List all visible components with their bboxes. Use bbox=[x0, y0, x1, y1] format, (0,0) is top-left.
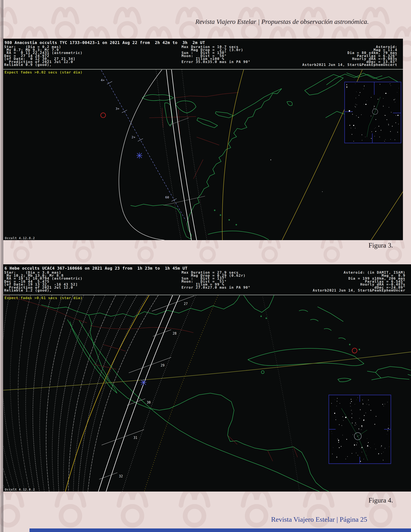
map2-star-info-date: [of Date: 19 13 32, -16 43 52] Predictio… bbox=[4, 283, 83, 289]
map1-asteroid-lines: Mag = 11.4 Dia = 80 ±4km, 79 mas Paralla… bbox=[302, 48, 397, 66]
map1-asteroid-info: Asteroid: Mag = 11.4 Dia = 80 ±4km, 79 m… bbox=[302, 46, 397, 66]
map1-event-info: Max Duration = 10.7 secs Mag Drop = 2.7 … bbox=[182, 46, 250, 63]
map1-expect-fades-label: Expect fades >0.02 secs (star dia) bbox=[5, 70, 83, 74]
map1-canvas-area: Expect fades >0.02 secs (star dia) Occul… bbox=[3, 69, 403, 240]
map2-fan-yellow-line bbox=[65, 295, 149, 492]
magazine-page: Revista Viajero Estelar | Propuestas de … bbox=[0, 0, 411, 532]
map1-event-marker-icon bbox=[136, 152, 142, 159]
map2-occultation-path bbox=[98, 295, 218, 492]
svg-text:31: 31 bbox=[134, 436, 137, 440]
map1-sigma-tick-labels: 4+3+2+60 bbox=[101, 78, 177, 201]
map1-star-info-main: Star: (Dia = 0.2 mas) Mv 8.7; Mb 9.3; Mr… bbox=[4, 46, 83, 57]
svg-text:29: 29 bbox=[161, 363, 164, 367]
map1-occultation-path bbox=[156, 70, 207, 240]
svg-text:4+: 4+ bbox=[101, 78, 105, 82]
map2-canvas-area: Expect fades >0.61 secs (star dia) Occul… bbox=[3, 294, 411, 492]
svg-text:28: 28 bbox=[173, 331, 176, 335]
map2-minute-tick-labels: 272829303132 bbox=[99, 296, 194, 479]
map2-dotted-arc bbox=[263, 297, 299, 492]
footer-accent-bar bbox=[29, 528, 411, 532]
map1-sky-path-map: 4+3+2+60 bbox=[3, 70, 403, 240]
map2-starfield-inset bbox=[329, 395, 391, 464]
map1-stray-star bbox=[270, 159, 271, 160]
map1-info-row: Star: (Dia = 0.2 mas) Mv 8.7; Mb 9.3; Mr… bbox=[3, 45, 403, 69]
svg-text:3+: 3+ bbox=[115, 107, 119, 111]
map2-site-circle-icon bbox=[352, 348, 357, 353]
map2-event-info: Max Duration = 27.9 secs Mag Drop = 0.29… bbox=[182, 271, 250, 289]
page-footer: Revista Viajero Estelar | Página 25 bbox=[271, 515, 367, 523]
figure-3-caption: Figura 3. bbox=[368, 241, 393, 249]
page-left-border-line bbox=[1, 0, 1, 532]
map2-asteroid-lines: Mag = 8.9 Dia = 199 ±10km, 206 mas Paral… bbox=[313, 274, 405, 292]
occultation-chart-anacostia: 980 Anacostia occults TYC 1733-00423-1 o… bbox=[3, 39, 403, 240]
map1-star-info-date: [of Date: 0 12 30, 27 21 34] Prediction … bbox=[4, 57, 83, 63]
map2-borders bbox=[5, 295, 297, 461]
map2-star-info-reliability: Reliable 1.2 (good), bbox=[4, 289, 83, 292]
map1-sigma-line bbox=[100, 70, 186, 220]
map1-starfield-inset bbox=[344, 82, 401, 143]
map1-site-circle-icon bbox=[101, 113, 105, 118]
figure-4-caption: Figura 4. bbox=[368, 496, 393, 504]
map2-olive-track-line bbox=[3, 352, 411, 390]
map2-asteroid-info: Asteroid: (in DAMIT, ISAM) Mag = 8.9 Dia… bbox=[313, 271, 405, 292]
map2-event-marker-icon bbox=[141, 379, 146, 386]
svg-text:30: 30 bbox=[147, 400, 151, 404]
map2-info-row: Star: (Dia = 3.0 mas) Mv 10.2; Mb 13.0; … bbox=[3, 271, 411, 294]
map1-software-version: Occult 4.12.8.2 bbox=[5, 237, 35, 240]
svg-text:32: 32 bbox=[119, 474, 123, 478]
svg-text:60: 60 bbox=[165, 195, 169, 199]
map1-title: 980 Anacostia occults TYC 1733-00423-1 o… bbox=[3, 39, 403, 45]
map1-star-info-reliability: Reliable 0.9 (good), bbox=[4, 63, 83, 66]
svg-text:27: 27 bbox=[184, 302, 188, 306]
map1-stray-star-2 bbox=[322, 191, 323, 192]
map2-software-version: Occult 4.12.8.2 bbox=[5, 488, 35, 491]
map2-star-info: Star: (Dia = 3.0 mas) Mv 10.2; Mb 13.0; … bbox=[4, 271, 83, 292]
map1-earth-limb bbox=[119, 70, 164, 240]
map2-star-info-main: Star: (Dia = 3.0 mas) Mv 10.2; Mb 13.0; … bbox=[4, 271, 83, 283]
page-header: Revista Viajero Estelar | Propuestas de … bbox=[195, 18, 369, 26]
map1-star-info: Star: (Dia = 0.2 mas) Mv 8.7; Mb 9.3; Mr… bbox=[4, 46, 83, 66]
map2-sky-path-map: 272829303132 bbox=[3, 295, 411, 492]
map2-title: 6 Hebe occults UCAC4 367-160666 on 2021 … bbox=[3, 264, 411, 271]
occultation-chart-hebe: 6 Hebe occults UCAC4 367-160666 on 2021 … bbox=[3, 264, 411, 492]
svg-text:2+: 2+ bbox=[132, 135, 135, 139]
map2-expect-fades-label: Expect fades >0.61 secs (star dia) bbox=[5, 296, 83, 300]
map2-path-fan bbox=[3, 295, 158, 492]
page-left-border-line-2 bbox=[2, 0, 3, 532]
